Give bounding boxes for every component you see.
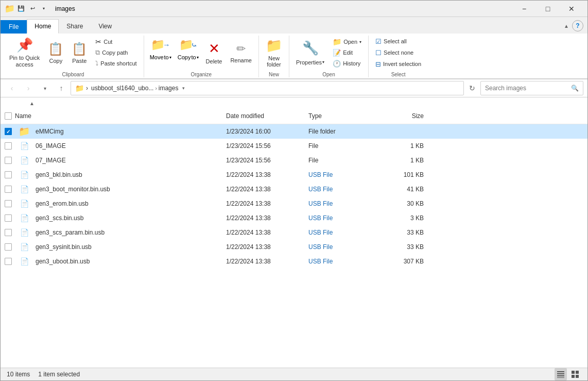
- undo-quick-btn[interactable]: ↩: [27, 4, 38, 14]
- search-box: 🔍: [480, 81, 583, 95]
- select-all-button[interactable]: ☑ Select all: [372, 36, 425, 46]
- table-row[interactable]: 📄 07_IMAGE 1/23/2024 15:56 File 1 KB: [1, 153, 587, 168]
- file-name: gen3_scs.bin.usb: [36, 214, 236, 222]
- edit-button[interactable]: 📝 Edit: [329, 47, 365, 58]
- col-header-name[interactable]: Name: [5, 112, 226, 120]
- window: 📁 💾 ↩ ▾ images − □ ✕ File Home Share Vie…: [0, 0, 588, 381]
- ribbon-collapse-btn[interactable]: ▲: [563, 22, 570, 30]
- table-row[interactable]: 📄 gen3_boot_monitor.bin.usb 1/22/2024 13…: [1, 182, 587, 196]
- history-button[interactable]: 🕐 History: [329, 58, 365, 69]
- table-row[interactable]: ✓ 📁 eMMCimg 1/23/2024 16:00 File folder: [1, 124, 587, 139]
- file-doc-icon: 📄: [20, 243, 29, 251]
- table-row[interactable]: 📄 gen3_uboot.bin.usb 1/22/2024 13:38 USB…: [1, 254, 587, 269]
- ribbon-help-area: ▲ ?: [559, 18, 587, 34]
- table-row[interactable]: 📄 gen3_scs.bin.usb 1/22/2024 13:38 USB F…: [1, 211, 587, 225]
- tab-home[interactable]: Home: [27, 19, 59, 34]
- file-icon: 📄: [19, 170, 29, 180]
- forward-button[interactable]: ›: [21, 81, 36, 95]
- tab-file[interactable]: File: [1, 20, 27, 34]
- row-checkbox[interactable]: [5, 258, 12, 265]
- properties-button[interactable]: 🔧 Properties ▾: [292, 36, 328, 70]
- table-row[interactable]: 📄 gen3_sysinit.bin.usb 1/22/2024 13:38 U…: [1, 240, 587, 254]
- file-date: 1/22/2024 13:38: [226, 229, 308, 236]
- paste-shortcut-label: Paste shortcut: [100, 60, 136, 67]
- new-folder-icon: 📁: [266, 38, 282, 54]
- paste-button[interactable]: 📋 Paste: [68, 36, 91, 70]
- item-count: 10 items: [7, 371, 30, 378]
- minimize-button[interactable]: −: [512, 1, 536, 17]
- copy-path-button[interactable]: ⧉ Copy path: [92, 47, 140, 58]
- new-folder-button[interactable]: 📁 Newfolder: [262, 36, 286, 70]
- back-button[interactable]: ‹: [5, 81, 19, 95]
- row-checkbox[interactable]: [5, 200, 12, 207]
- search-input[interactable]: [485, 85, 571, 92]
- address-path[interactable]: 📁 › usbboot_sl1640_ubo... › images ▾: [71, 81, 464, 95]
- row-checkbox[interactable]: [5, 243, 12, 251]
- file-date: 1/22/2024 13:38: [226, 258, 308, 265]
- tab-view[interactable]: View: [91, 19, 119, 34]
- up-button[interactable]: ↑: [54, 81, 68, 95]
- table-row[interactable]: 📄 gen3_bkl.bin.usb 1/22/2024 13:38 USB F…: [1, 168, 587, 182]
- paste-icon: 📋: [72, 42, 87, 56]
- paste-shortcut-button[interactable]: ⤵ Paste shortcut: [92, 58, 140, 69]
- file-icon: 📄: [19, 227, 29, 238]
- svg-rect-1: [557, 373, 564, 374]
- cut-button[interactable]: ✂ Cut: [92, 37, 140, 47]
- row-checkbox[interactable]: [5, 142, 12, 150]
- table-row[interactable]: 📄 06_IMAGE 1/23/2024 15:56 File 1 KB: [1, 139, 587, 153]
- col-header-type[interactable]: Type: [308, 112, 391, 120]
- delete-button[interactable]: ✕ Delete: [202, 36, 226, 70]
- move-to-button[interactable]: 📁 → Move to ▾: [147, 36, 174, 70]
- invert-selection-button[interactable]: ⊟ Invert selection: [372, 59, 425, 69]
- details-view-button[interactable]: [555, 368, 567, 380]
- svg-rect-3: [557, 377, 564, 378]
- file-type: File folder: [308, 128, 391, 135]
- col-header-size[interactable]: Size: [391, 112, 432, 120]
- recent-locations-button[interactable]: ▾: [38, 81, 52, 95]
- large-icons-view-button[interactable]: [569, 368, 581, 380]
- file-icon: 📁: [19, 126, 29, 137]
- header-checkbox[interactable]: [5, 112, 12, 120]
- file-date: 1/23/2024 15:56: [226, 142, 308, 150]
- quick-access-dropdown[interactable]: ▾: [39, 4, 49, 14]
- help-button[interactable]: ?: [572, 20, 583, 31]
- row-checkbox[interactable]: [5, 186, 12, 193]
- close-button[interactable]: ✕: [560, 1, 583, 17]
- path-dropdown-btn[interactable]: ▾: [182, 86, 185, 91]
- maximize-button[interactable]: □: [536, 1, 560, 17]
- select-all-icon: ☑: [375, 38, 382, 45]
- select-none-button[interactable]: ☐ Select none: [372, 47, 425, 58]
- copy-button[interactable]: 📋 Copy: [44, 36, 67, 70]
- rename-label: Rename: [230, 57, 252, 63]
- open-button[interactable]: 📁 Open ▾: [329, 37, 365, 47]
- row-checkbox[interactable]: [5, 171, 12, 178]
- row-checkbox[interactable]: [5, 157, 12, 164]
- paste-label: Paste: [72, 58, 87, 64]
- properties-icon: 🔧: [302, 40, 319, 56]
- col-header-date[interactable]: Date modified: [226, 112, 308, 120]
- quick-access-toolbar: 📁 💾 ↩ ▾: [5, 4, 49, 14]
- edit-icon: 📝: [333, 49, 341, 57]
- window-controls: − □ ✕: [512, 1, 583, 17]
- rename-button[interactable]: ✏ Rename: [227, 36, 255, 70]
- row-checkbox[interactable]: ✓: [5, 128, 12, 135]
- table-row[interactable]: 📄 gen3_erom.bin.usb 1/22/2024 13:38 USB …: [1, 196, 587, 211]
- tab-share[interactable]: Share: [59, 19, 91, 34]
- organize-label: Organize: [147, 71, 255, 77]
- open-group: 🔧 Properties ▾ 📁 Open ▾: [289, 36, 369, 77]
- save-quick-btn[interactable]: 💾: [16, 4, 26, 14]
- pin-label: Pin to Quickaccess: [9, 55, 40, 68]
- refresh-button[interactable]: ↻: [466, 82, 478, 94]
- file-size: 307 KB: [391, 258, 432, 265]
- pin-quick-access-button[interactable]: 📌 Pin to Quickaccess: [6, 36, 43, 70]
- table-row[interactable]: 📄 gen3_scs_param.bin.usb 1/22/2024 13:38…: [1, 225, 587, 240]
- file-name: 07_IMAGE: [36, 157, 236, 164]
- status-right: [555, 368, 581, 380]
- row-checkbox[interactable]: [5, 214, 12, 222]
- file-name: gen3_boot_monitor.bin.usb: [36, 186, 236, 193]
- row-checkbox[interactable]: [5, 229, 12, 236]
- file-size: 33 KB: [391, 229, 432, 236]
- properties-chevron: ▾: [322, 60, 324, 64]
- copy-to-button[interactable]: 📁 ⤿ Copy to ▾: [175, 36, 201, 70]
- open-chevron: ▾: [359, 40, 361, 44]
